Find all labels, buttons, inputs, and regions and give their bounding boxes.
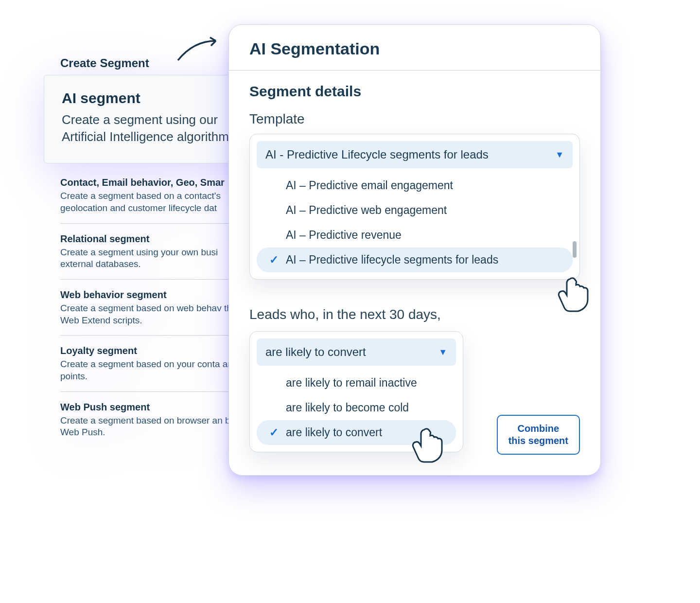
criteria-option[interactable]: are likely to become cold [257,395,456,420]
segment-type-contact[interactable]: Contact, Email behavior, Geo, Smar Creat… [60,167,241,223]
list-item-title: Loyalty segment [60,345,241,356]
list-item-title: Web Push segment [60,402,241,413]
ai-segmentation-modal: AI Segmentation Segment details Template… [228,24,601,476]
template-option[interactable]: AI – Predictive email engagement [257,173,573,198]
list-item-title: Web behavior segment [60,289,241,301]
list-item-title: Contact, Email behavior, Geo, Smar [60,177,241,188]
template-option[interactable]: AI – Predictive web engagement [257,198,573,223]
template-dropdown-list: AI – Predictive email engagement AI – Pr… [257,168,573,272]
list-item-desc: Create a segment based on browser an by … [60,415,241,439]
template-option[interactable]: AI – Predictive revenue [257,223,573,248]
ai-segment-desc: Create a segment using our Artificial In… [62,111,240,145]
option-label: are likely to convert [286,426,382,439]
criteria-dropdown[interactable]: are likely to convert ▼ are likely to re… [249,331,463,452]
pointer-hand-icon [410,424,449,468]
segment-type-loyalty[interactable]: Loyalty segment Create a segment based o… [60,336,241,391]
template-dropdown-selected[interactable]: AI - Predictive Lifecycle segments for l… [257,141,573,168]
section-heading: Segment details [249,83,580,100]
list-item-desc: Create a segment based on a contact's ge… [60,190,241,214]
option-label: are likely to remail inactive [286,376,417,390]
criteria-label: Leads who, in the next 30 days, [249,307,580,322]
combine-segment-button[interactable]: Combine this segment [497,415,580,455]
template-dropdown[interactable]: AI - Predictive Lifecycle segments for l… [249,134,580,280]
segment-type-web-push[interactable]: Web Push segment Create a segment based … [60,392,241,447]
list-item-desc: Create a segment based on web behav the … [60,302,241,326]
criteria-dropdown-selected[interactable]: are likely to convert ▼ [257,338,456,366]
list-item-desc: Create a segment based on your conta and… [60,358,241,382]
chevron-down-icon: ▼ [555,150,564,160]
template-selected-value: AI - Predictive Lifecycle segments for l… [265,148,489,161]
segment-type-web-behavior[interactable]: Web behavior segment Create a segment ba… [60,280,241,336]
segment-type-relational[interactable]: Relational segment Create a segment usin… [60,224,241,280]
check-icon: ✓ [269,426,280,439]
option-label: AI – Predictive web engagement [286,204,447,217]
segment-type-ai[interactable]: AI segment Create a segment using our Ar… [44,75,258,163]
segment-type-list: Contact, Email behavior, Geo, Smar Creat… [44,163,258,447]
list-item-title: Relational segment [60,233,241,245]
scrollbar-thumb[interactable] [573,241,577,258]
create-segment-title: Create Segment [44,49,258,75]
option-label: AI – Predictive lifecycle segments for l… [286,253,498,266]
ai-segment-title: AI segment [62,90,240,106]
modal-title: AI Segmentation [229,38,600,71]
callout-arrow-icon [174,35,223,64]
list-item-desc: Create a segment using your own busi ext… [60,247,241,270]
chevron-down-icon: ▼ [438,347,447,357]
option-label: AI – Predictive revenue [286,229,402,242]
template-label: Template [249,111,580,127]
option-label: are likely to become cold [286,401,409,414]
pointer-hand-icon [556,273,595,317]
criteria-selected-value: are likely to convert [265,345,366,359]
criteria-option[interactable]: are likely to remail inactive [257,371,456,395]
option-label: AI – Predictive email engagement [286,179,453,192]
create-segment-panel: Create Segment AI segment Create a segme… [44,49,258,447]
check-icon: ✓ [269,253,280,266]
template-option-selected[interactable]: ✓ AI – Predictive lifecycle segments for… [257,248,573,272]
